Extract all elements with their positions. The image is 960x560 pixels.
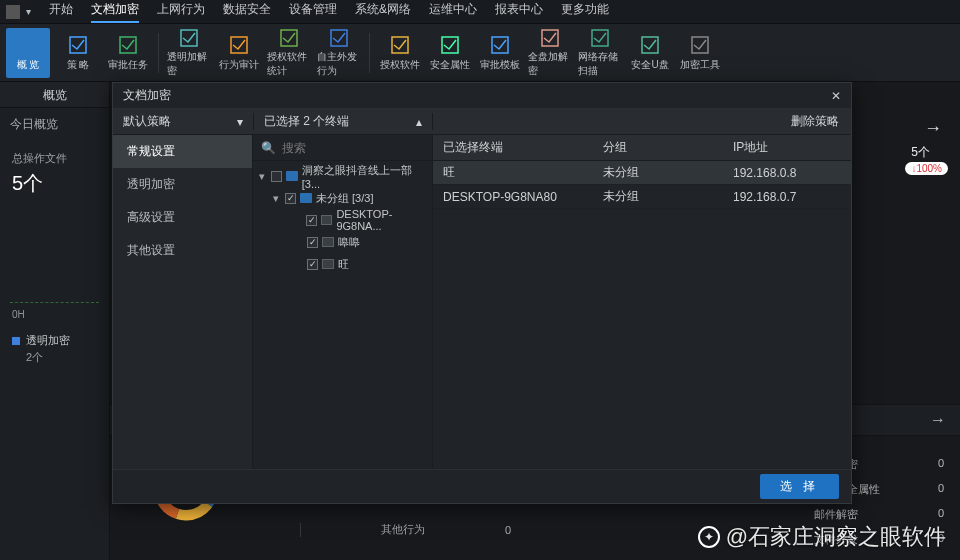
menu-tab-1[interactable]: 文档加密 (91, 1, 139, 23)
summary-delta: ↓100% (905, 162, 948, 175)
watermark: ✦ @石家庄洞察之眼软件 (698, 522, 946, 552)
ribbon-btn[interactable]: 安全U盘 (628, 28, 672, 78)
ribbon-btn[interactable]: 策 略 (56, 28, 100, 78)
ribbon-icon (228, 34, 250, 56)
ribbon-separator (158, 33, 159, 73)
legend-label: 透明加密 (26, 333, 70, 348)
summary-count: 5个 (911, 144, 930, 161)
tree-icon (300, 193, 312, 203)
ribbon-icon (389, 34, 411, 56)
tree-icon (286, 171, 298, 181)
tree-icon (322, 237, 334, 247)
table-header: IP地址 (723, 139, 851, 156)
modal-side-item[interactable]: 高级设置 (113, 201, 252, 234)
tree-label: DESKTOP-9G8NA... (336, 208, 432, 232)
close-icon[interactable]: ✕ (831, 89, 841, 103)
table-header: 已选择终端 (433, 139, 593, 156)
ribbon-separator (369, 33, 370, 73)
app-menu-caret[interactable]: ▾ (26, 6, 31, 17)
ribbon-btn[interactable]: 全盘加解密 (528, 28, 572, 78)
modal-side-item[interactable]: 其他设置 (113, 234, 252, 267)
ribbon-icon (489, 34, 511, 56)
ribbon-btn[interactable]: 网络存储扫描 (578, 28, 622, 78)
chevron-down-icon: ▾ (237, 115, 243, 129)
policy-modal: 文档加密 ✕ 默认策略▾ 已选择 2 个终端▴ 删除策略 常规设置透明加密高级设… (112, 82, 852, 504)
tree-node[interactable]: DESKTOP-9G8NA... (253, 209, 432, 231)
ribbon-icon (117, 34, 139, 56)
watermark-icon: ✦ (698, 526, 720, 548)
mini-chart (10, 213, 99, 303)
ribbon-btn[interactable]: 审批模板 (478, 28, 522, 78)
checkbox[interactable] (306, 215, 317, 226)
legend-dot (12, 337, 20, 345)
tree-node[interactable]: ▾洞察之眼抖音线上一部 [3... (253, 165, 432, 187)
terminal-tree: 🔍 ▾洞察之眼抖音线上一部 [3...▾未分组 [3/3]DESKTOP-9G8… (253, 135, 433, 469)
menu-tab-3[interactable]: 数据安全 (223, 1, 271, 23)
tree-icon (321, 215, 332, 225)
ribbon-icon (689, 34, 711, 56)
ribbon-icon (17, 34, 39, 56)
ribbon-icon (439, 34, 461, 56)
ribbon-icon (328, 28, 350, 48)
policy-dropdown[interactable]: 默认策略▾ (113, 113, 253, 130)
modal-side-item[interactable]: 常规设置 (113, 135, 252, 168)
checkbox[interactable] (271, 171, 282, 182)
legend-count: 2个 (0, 348, 109, 367)
ribbon-icon (589, 28, 611, 48)
left-panel: 概览 今日概览 总操作文件 5个 透明加密 2个 (0, 82, 110, 560)
ribbon-icon (639, 34, 661, 56)
tree-node[interactable]: ▾未分组 [3/3] (253, 187, 432, 209)
menu-tab-6[interactable]: 运维中心 (429, 1, 477, 23)
modal-side-item[interactable]: 透明加密 (113, 168, 252, 201)
menu-tab-7[interactable]: 报表中心 (495, 1, 543, 23)
menu-tab-4[interactable]: 设备管理 (289, 1, 337, 23)
tree-icon (322, 259, 334, 269)
ribbon-btn[interactable]: 概 览 (6, 28, 50, 78)
ribbon-btn[interactable]: 授权软件 (378, 28, 422, 78)
checkbox[interactable] (307, 237, 318, 248)
ribbon-btn[interactable]: 自主外发行为 (317, 28, 361, 78)
chevron-up-icon: ▴ (416, 115, 422, 129)
search-input[interactable] (282, 141, 424, 155)
modal-sidebar: 常规设置透明加密高级设置其他设置 (113, 135, 253, 469)
menu-tab-2[interactable]: 上网行为 (157, 1, 205, 23)
checkbox[interactable] (285, 193, 296, 204)
modal-title: 文档加密 (123, 87, 171, 104)
app-icon (6, 5, 20, 19)
ribbon-btn[interactable]: 加密工具 (678, 28, 722, 78)
title-bar: ▾ 开始文档加密上网行为数据安全设备管理系统&网络运维中心报表中心更多功能 (0, 0, 960, 24)
ribbon-icon (178, 28, 200, 48)
tree-node[interactable]: 嗥嗥 (253, 231, 432, 253)
delete-policy-button[interactable]: 删除策略 (779, 113, 851, 130)
table-row[interactable]: DESKTOP-9G8NA80未分组192.168.0.7 (433, 185, 851, 209)
menu-tab-8[interactable]: 更多功能 (561, 1, 609, 23)
tree-node[interactable]: 旺 (253, 253, 432, 275)
checkbox[interactable] (307, 259, 318, 270)
ribbon-icon (539, 28, 561, 48)
tree-label: 洞察之眼抖音线上一部 [3... (302, 163, 432, 190)
ribbon-btn[interactable]: 透明加解密 (167, 28, 211, 78)
confirm-button[interactable]: 选 择 (760, 474, 839, 499)
ribbon-btn[interactable]: 安全属性 (428, 28, 472, 78)
arrow-right-icon[interactable]: → (930, 411, 946, 429)
tree-label: 嗥嗥 (338, 235, 360, 250)
ribbon: 概 览策 略审批任务透明加解密行为审计授权软件统计自主外发行为授权软件安全属性审… (0, 24, 960, 82)
ribbon-btn[interactable]: 授权软件统计 (267, 28, 311, 78)
tree-arrow-icon: ▾ (257, 170, 267, 183)
behavior-stat: 其他行为 0 (300, 522, 511, 537)
arrow-right-icon[interactable]: → (924, 118, 942, 139)
menu-tab-5[interactable]: 系统&网络 (355, 1, 411, 23)
left-header-overview: 概览 (0, 82, 109, 108)
menu-tabs: 开始文档加密上网行为数据安全设备管理系统&网络运维中心报表中心更多功能 (49, 1, 609, 23)
table-row[interactable]: 旺未分组192.168.0.8 (433, 161, 851, 185)
selected-dropdown[interactable]: 已选择 2 个终端▴ (253, 113, 433, 130)
stat-total-label: 总操作文件 (12, 151, 97, 166)
ribbon-btn[interactable]: 审批任务 (106, 28, 150, 78)
left-item-today[interactable]: 今日概览 (0, 108, 109, 141)
ribbon-btn[interactable]: 行为审计 (217, 28, 261, 78)
search-icon: 🔍 (261, 141, 276, 155)
menu-tab-0[interactable]: 开始 (49, 1, 73, 23)
tree-label: 未分组 [3/3] (316, 191, 373, 206)
ribbon-icon (67, 34, 89, 56)
tree-arrow-icon: ▾ (271, 192, 281, 205)
